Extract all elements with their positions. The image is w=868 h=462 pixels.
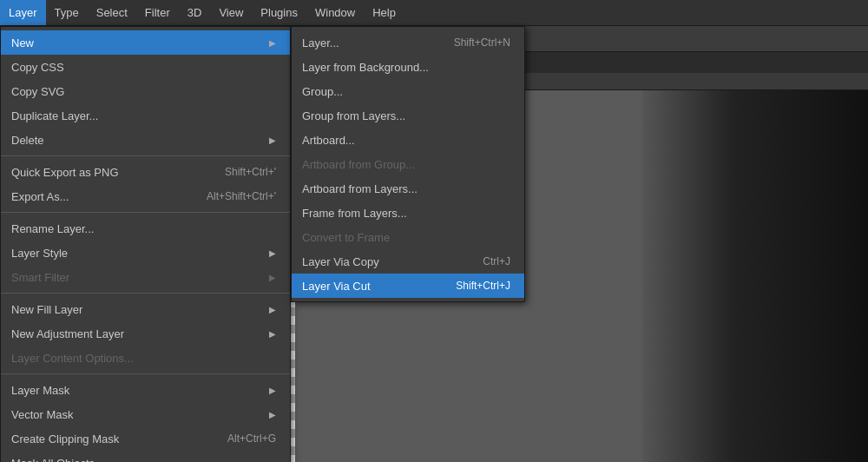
menu-item-duplicate-layer[interactable]: Duplicate Layer... <box>1 103 290 128</box>
layer-style-arrow-icon: ▶ <box>269 248 276 258</box>
submenu-item-layer[interactable]: Layer... Shift+Ctrl+N <box>292 30 524 55</box>
new-submenu: Layer... Shift+Ctrl+N Layer from Backgro… <box>291 26 525 302</box>
smart-filter-arrow-icon: ▶ <box>269 273 276 282</box>
menu-item-new-adjustment-layer[interactable]: New Adjustment Layer ▶ <box>1 321 290 346</box>
menu-item-vector-mask[interactable]: Vector Mask ▶ <box>1 402 290 426</box>
submenu-item-layer-via-cut[interactable]: Layer Via Cut Shift+Ctrl+J <box>292 274 524 298</box>
menu-item-smart-filter: Smart Filter ▶ <box>1 265 290 289</box>
separator-2 <box>1 212 290 213</box>
submenu-item-artboard-from-group: Artboard from Group... <box>292 152 524 176</box>
submenu-item-artboard-from-layers[interactable]: Artboard from Layers... <box>292 176 524 201</box>
menu-item-layer-style[interactable]: Layer Style ▶ <box>1 241 290 265</box>
menu-item-layer-content-options: Layer Content Options... <box>1 346 290 370</box>
submenu-item-artboard[interactable]: Artboard... <box>292 128 524 152</box>
submenu-item-group[interactable]: Group... <box>292 79 524 103</box>
menu-item-new[interactable]: New ▶ <box>1 30 290 55</box>
menubar-item-filter[interactable]: Filter <box>136 0 179 25</box>
menubar-item-plugins[interactable]: Plugins <box>252 0 306 25</box>
layer-mask-arrow-icon: ▶ <box>269 386 276 395</box>
separator-1 <box>1 155 290 156</box>
menu-item-layer-mask[interactable]: Layer Mask ▶ <box>1 378 290 402</box>
separator-3 <box>1 293 290 294</box>
menu-item-copy-css[interactable]: Copy CSS <box>1 55 290 79</box>
menu-item-copy-svg[interactable]: Copy SVG <box>1 79 290 103</box>
vector-mask-arrow-icon: ▶ <box>269 410 276 419</box>
submenu-item-frame-from-layers[interactable]: Frame from Layers... <box>292 201 524 225</box>
menubar-item-help[interactable]: Help <box>364 0 404 25</box>
submenu-item-convert-to-frame: Convert to Frame <box>292 225 524 249</box>
menubar-item-layer[interactable]: Layer <box>0 0 46 25</box>
menubar-item-type[interactable]: Type <box>46 0 88 25</box>
submenu-item-layer-via-copy[interactable]: Layer Via Copy Ctrl+J <box>292 249 524 274</box>
menubar-item-select[interactable]: Select <box>88 0 136 25</box>
menubar-item-3d[interactable]: 3D <box>179 0 211 25</box>
menu-item-delete[interactable]: Delete ▶ <box>1 128 290 152</box>
menubar-item-view[interactable]: View <box>210 0 252 25</box>
menubar: Layer Type Select Filter 3D View Plugins… <box>0 0 868 26</box>
menu-item-export-as[interactable]: Export As... Alt+Shift+Ctrl+' <box>1 184 290 208</box>
delete-arrow-icon: ▶ <box>269 135 276 145</box>
menu-item-create-clipping-mask[interactable]: Create Clipping Mask Alt+Ctrl+G <box>1 426 290 451</box>
new-fill-arrow-icon: ▶ <box>269 305 276 314</box>
separator-4 <box>1 373 290 374</box>
menu-item-quick-export[interactable]: Quick Export as PNG Shift+Ctrl+' <box>1 160 290 184</box>
submenu-item-group-from-layers[interactable]: Group from Layers... <box>292 103 524 128</box>
canvas-dark-layer <box>642 90 868 462</box>
menu-item-rename-layer[interactable]: Rename Layer... <box>1 216 290 241</box>
menubar-item-window[interactable]: Window <box>306 0 364 25</box>
menu-item-mask-all-objects[interactable]: Mask All Objects <box>1 451 290 462</box>
new-adjustment-arrow-icon: ▶ <box>269 329 276 339</box>
new-arrow-icon: ▶ <box>269 38 276 48</box>
menu-item-new-fill-layer[interactable]: New Fill Layer ▶ <box>1 297 290 321</box>
layer-menu: New ▶ Copy CSS Copy SVG Duplicate Layer.… <box>0 26 291 462</box>
submenu-item-layer-from-background[interactable]: Layer from Background... <box>292 55 524 79</box>
